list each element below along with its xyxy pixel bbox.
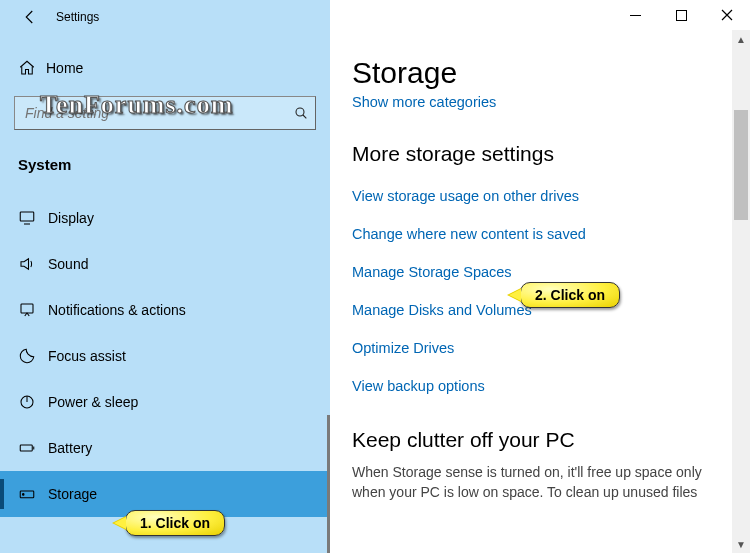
sidebar-item-label: Sound xyxy=(48,256,88,272)
sidebar-item-sound[interactable]: Sound xyxy=(0,241,330,287)
home-nav[interactable]: Home xyxy=(0,48,330,88)
svg-rect-2 xyxy=(21,304,33,313)
scroll-up-arrow[interactable]: ▲ xyxy=(732,30,750,48)
svg-rect-4 xyxy=(20,445,32,451)
sidebar-item-label: Power & sleep xyxy=(48,394,138,410)
callout-1-text: 1. Click on xyxy=(140,515,210,531)
notifications-icon xyxy=(18,301,48,319)
category-label: System xyxy=(0,156,330,173)
search-input-wrap[interactable] xyxy=(14,96,316,130)
power-icon xyxy=(18,393,48,411)
sidebar-nav: Display Sound Notifications & actions Fo… xyxy=(0,195,330,553)
close-button[interactable] xyxy=(704,0,750,30)
storage-icon xyxy=(18,485,48,503)
link-view-storage-usage[interactable]: View storage usage on other drives xyxy=(352,188,750,204)
keep-clutter-heading: Keep clutter off your PC xyxy=(352,428,750,452)
sidebar-item-power-sleep[interactable]: Power & sleep xyxy=(0,379,330,425)
sidebar-item-label: Notifications & actions xyxy=(48,302,186,318)
show-more-categories-link[interactable]: Show more categories xyxy=(352,94,496,110)
sidebar-item-display[interactable]: Display xyxy=(0,195,330,241)
svg-rect-7 xyxy=(676,10,686,20)
sidebar-item-focus-assist[interactable]: Focus assist xyxy=(0,333,330,379)
minimize-button[interactable] xyxy=(612,0,658,30)
callout-2: 2. Click on xyxy=(520,282,620,308)
sidebar-item-battery[interactable]: Battery xyxy=(0,425,330,471)
link-change-new-content[interactable]: Change where new content is saved xyxy=(352,226,750,242)
home-label: Home xyxy=(46,60,83,76)
sidebar-item-label: Display xyxy=(48,210,94,226)
svg-point-6 xyxy=(23,494,25,496)
sidebar: Settings Home System Display xyxy=(0,0,330,553)
home-icon xyxy=(18,59,46,77)
keep-clutter-description: When Storage sense is turned on, it'll f… xyxy=(352,462,750,503)
link-optimize-drives[interactable]: Optimize Drives xyxy=(352,340,750,356)
sidebar-item-notifications[interactable]: Notifications & actions xyxy=(0,287,330,333)
sidebar-item-label: Focus assist xyxy=(48,348,126,364)
content-area: Storage Show more categories More storag… xyxy=(330,0,750,553)
callout-1: 1. Click on xyxy=(125,510,225,536)
svg-point-0 xyxy=(296,108,304,116)
focus-assist-icon xyxy=(18,347,48,365)
link-manage-storage-spaces[interactable]: Manage Storage Spaces xyxy=(352,264,750,280)
more-storage-settings-heading: More storage settings xyxy=(352,142,750,166)
scroll-down-arrow[interactable]: ▼ xyxy=(732,535,750,553)
display-icon xyxy=(18,209,48,227)
sidebar-item-label: Storage xyxy=(48,486,97,502)
maximize-button[interactable] xyxy=(658,0,704,30)
sound-icon xyxy=(18,255,48,273)
page-title: Storage xyxy=(352,56,750,90)
back-button[interactable] xyxy=(16,3,44,31)
svg-rect-1 xyxy=(20,212,34,221)
window-title: Settings xyxy=(56,10,99,24)
link-view-backup-options[interactable]: View backup options xyxy=(352,378,750,394)
content-scrollbar-thumb[interactable] xyxy=(734,110,748,220)
battery-icon xyxy=(18,439,48,457)
callout-2-text: 2. Click on xyxy=(535,287,605,303)
content-scrollbar-track[interactable]: ▲ ▼ xyxy=(732,30,750,553)
search-input[interactable] xyxy=(15,97,281,129)
search-icon xyxy=(293,105,309,121)
sidebar-item-label: Battery xyxy=(48,440,92,456)
